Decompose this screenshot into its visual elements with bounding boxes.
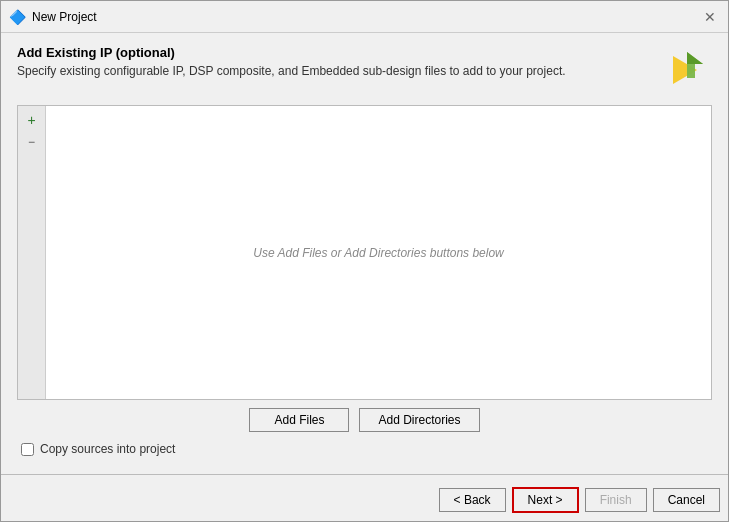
main-panel: + − Use Add Files or Add Directories but… bbox=[17, 105, 712, 400]
vivado-logo bbox=[665, 48, 709, 92]
file-placeholder-text: Use Add Files or Add Directories buttons… bbox=[253, 246, 504, 260]
add-files-button[interactable]: Add Files bbox=[249, 408, 349, 432]
main-window: 🔷 New Project ✕ Add Existing IP (optiona… bbox=[0, 0, 729, 522]
copy-sources-checkbox[interactable] bbox=[21, 443, 34, 456]
file-list-area: Use Add Files or Add Directories buttons… bbox=[46, 106, 711, 399]
finish-button[interactable]: Finish bbox=[585, 488, 647, 512]
sidebar-toolbar: + − bbox=[18, 106, 46, 399]
logo-area bbox=[662, 45, 712, 95]
window-icon: 🔷 bbox=[9, 9, 26, 25]
close-button[interactable]: ✕ bbox=[700, 10, 720, 24]
add-buttons-row: Add Files Add Directories bbox=[17, 408, 712, 432]
remove-item-button[interactable]: − bbox=[22, 132, 42, 152]
checkbox-row: Copy sources into project bbox=[17, 442, 712, 456]
nav-buttons-row: < Back Next > Finish Cancel bbox=[1, 483, 728, 521]
header-description: Specify existing configurable IP, DSP co… bbox=[17, 64, 662, 78]
add-item-button[interactable]: + bbox=[22, 110, 42, 130]
add-directories-button[interactable]: Add Directories bbox=[359, 408, 479, 432]
back-button[interactable]: < Back bbox=[439, 488, 506, 512]
header-section: Add Existing IP (optional) Specify exist… bbox=[17, 45, 712, 95]
header-title: Add Existing IP (optional) bbox=[17, 45, 662, 60]
title-bar-left: 🔷 New Project bbox=[9, 9, 97, 25]
svg-marker-2 bbox=[687, 52, 703, 64]
cancel-button[interactable]: Cancel bbox=[653, 488, 720, 512]
minus-icon: − bbox=[28, 135, 35, 149]
copy-sources-label: Copy sources into project bbox=[40, 442, 175, 456]
plus-icon: + bbox=[27, 112, 35, 128]
next-button[interactable]: Next > bbox=[512, 487, 579, 513]
bottom-divider bbox=[1, 474, 728, 475]
header-text: Add Existing IP (optional) Specify exist… bbox=[17, 45, 662, 78]
window-title: New Project bbox=[32, 10, 97, 24]
title-bar: 🔷 New Project ✕ bbox=[1, 1, 728, 33]
content-area: Add Existing IP (optional) Specify exist… bbox=[1, 33, 728, 474]
